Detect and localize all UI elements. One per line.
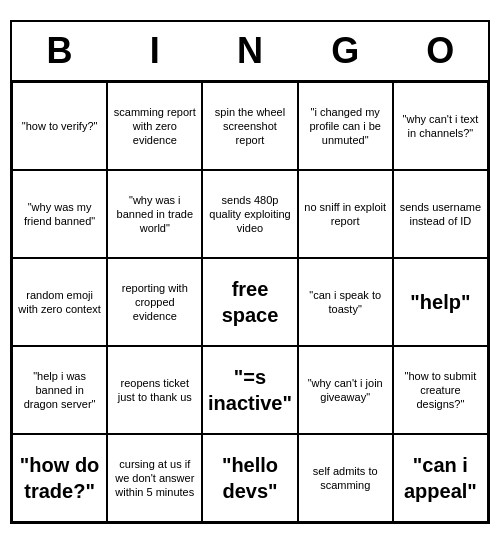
letter-o: O	[400, 30, 480, 72]
cell-3-2[interactable]: "=s inactive"	[202, 346, 297, 434]
cell-1-2[interactable]: sends 480p quality exploiting video	[202, 170, 297, 258]
cell-4-4[interactable]: "can i appeal"	[393, 434, 488, 522]
cell-3-4[interactable]: "how to submit creature designs?"	[393, 346, 488, 434]
cell-0-3[interactable]: "i changed my profile can i be unmuted"	[298, 82, 393, 170]
letter-n: N	[210, 30, 290, 72]
cell-1-0[interactable]: "why was my friend banned"	[12, 170, 107, 258]
cell-2-4[interactable]: "help"	[393, 258, 488, 346]
cell-0-4[interactable]: "why can't i text in channels?"	[393, 82, 488, 170]
cell-3-0[interactable]: "help i was banned in dragon server"	[12, 346, 107, 434]
letter-g: G	[305, 30, 385, 72]
cell-1-3[interactable]: no sniff in exploit report	[298, 170, 393, 258]
cell-0-2[interactable]: spin the wheel screenshot report	[202, 82, 297, 170]
cell-2-3[interactable]: "can i speak to toasty"	[298, 258, 393, 346]
bingo-title: B I N G O	[12, 22, 488, 82]
bingo-card: B I N G O "how to verify?"scamming repor…	[10, 20, 490, 524]
cell-3-1[interactable]: reopens ticket just to thank us	[107, 346, 202, 434]
cell-4-2[interactable]: "hello devs"	[202, 434, 297, 522]
cell-2-2[interactable]: free space	[202, 258, 297, 346]
cell-4-0[interactable]: "how do trade?"	[12, 434, 107, 522]
cell-4-3[interactable]: self admits to scamming	[298, 434, 393, 522]
letter-b: B	[20, 30, 100, 72]
cell-4-1[interactable]: cursing at us if we don't answer within …	[107, 434, 202, 522]
cell-2-1[interactable]: reporting with cropped evidence	[107, 258, 202, 346]
letter-i: I	[115, 30, 195, 72]
cell-2-0[interactable]: random emoji with zero context	[12, 258, 107, 346]
cell-0-1[interactable]: scamming report with zero evidence	[107, 82, 202, 170]
cell-3-3[interactable]: "why can't i join giveaway"	[298, 346, 393, 434]
cell-1-4[interactable]: sends username instead of ID	[393, 170, 488, 258]
cell-1-1[interactable]: "why was i banned in trade world"	[107, 170, 202, 258]
cell-0-0[interactable]: "how to verify?"	[12, 82, 107, 170]
bingo-grid: "how to verify?"scamming report with zer…	[12, 82, 488, 522]
